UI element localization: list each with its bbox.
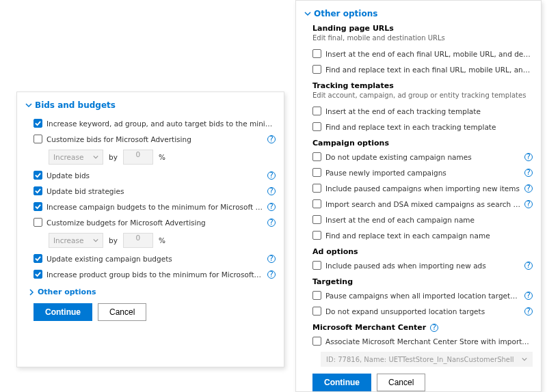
- button-row: Continue Cancel: [25, 296, 276, 321]
- option-label: Update bids: [46, 171, 263, 180]
- option-label: Update existing campaign budgets: [46, 255, 263, 263]
- help-icon[interactable]: ?: [267, 203, 276, 211]
- help-icon[interactable]: ?: [267, 270, 276, 279]
- checkbox[interactable]: [312, 152, 321, 161]
- help-icon[interactable]: ?: [267, 135, 276, 143]
- ad-options-header: Ad options: [304, 247, 533, 256]
- checkbox[interactable]: [312, 337, 321, 346]
- option-label: Update bid strategies: [46, 187, 263, 195]
- checkbox[interactable]: [312, 291, 321, 300]
- by-label: by: [109, 153, 118, 161]
- cancel-button[interactable]: Cancel: [377, 374, 425, 391]
- option-label: Increase product group bids to the minim…: [46, 270, 263, 279]
- customize-bids-form: Increase by 0 %: [25, 147, 276, 167]
- checkbox[interactable]: [34, 254, 42, 263]
- increase-select[interactable]: Increase: [49, 150, 103, 165]
- section-title: Bids and budgets: [35, 100, 116, 110]
- option-row: Include paused ads when importing new ad…: [304, 257, 533, 273]
- checkbox[interactable]: [312, 122, 321, 131]
- option-row: Find and replace text in each final URL,…: [304, 61, 533, 77]
- help-icon[interactable]: ?: [524, 262, 533, 270]
- help-icon[interactable]: ?: [430, 324, 438, 332]
- checkbox[interactable]: [312, 184, 321, 193]
- cancel-button[interactable]: Cancel: [98, 303, 146, 321]
- campaign-options-header: Campaign options: [304, 139, 533, 148]
- by-label: by: [109, 236, 118, 244]
- option-label: Customize bids for Microsoft Advertising: [46, 135, 263, 143]
- checkbox[interactable]: [312, 168, 321, 177]
- help-icon[interactable]: ?: [524, 184, 533, 193]
- checkbox[interactable]: [34, 186, 42, 195]
- bids-budgets-header[interactable]: Bids and budgets: [25, 100, 276, 110]
- option-label: Do not expand unsupported location targe…: [325, 307, 520, 316]
- chevron-down-icon: [25, 102, 32, 109]
- chevron-down-icon: [304, 10, 311, 17]
- continue-button[interactable]: Continue: [34, 303, 92, 321]
- option-label: Insert at the end of each tracking templ…: [325, 107, 533, 115]
- checkbox[interactable]: [34, 202, 42, 211]
- help-icon[interactable]: ?: [524, 169, 533, 177]
- checkbox[interactable]: [34, 270, 42, 279]
- checkbox[interactable]: [34, 171, 42, 180]
- help-icon[interactable]: ?: [267, 255, 276, 263]
- option-label: Import search and DSA mixed campaigns as…: [325, 200, 520, 208]
- customize-budgets-form: Increase by 0 %: [25, 230, 276, 251]
- checkbox[interactable]: [312, 261, 321, 270]
- option-label: Insert at the end of each final URL, mob…: [325, 50, 533, 58]
- option-row: Increase product group bids to the minim…: [25, 266, 276, 282]
- option-label: Find and replace text in each tracking t…: [325, 123, 533, 131]
- option-label: Find and replace text in each final URL,…: [325, 66, 533, 74]
- help-icon[interactable]: ?: [524, 200, 533, 208]
- mmc-header: Microsoft Merchant Center: [312, 323, 426, 332]
- option-row: Do not update existing campaign names ?: [304, 149, 533, 165]
- option-label: Include paused campaigns when importing …: [325, 184, 520, 193]
- option-row: Update existing campaign budgets ?: [25, 251, 276, 266]
- other-options-label: Other options: [38, 288, 96, 296]
- store-select[interactable]: ID: 77816, Name: UETTestStore_In_NansCus…: [321, 352, 533, 367]
- checkbox[interactable]: [312, 215, 321, 224]
- landing-urls-caption: Edit final, mobile and destination URLs: [304, 34, 533, 42]
- checkbox[interactable]: [34, 119, 42, 128]
- store-value: ID: 77816, Name: UETTestStore_In_NansCus…: [326, 356, 514, 363]
- option-row: Pause campaigns when all imported locati…: [304, 288, 533, 303]
- option-row: Update bid strategies ?: [25, 183, 276, 199]
- help-icon[interactable]: ?: [524, 292, 533, 300]
- option-label: Associate Microsoft Merchant Center Stor…: [325, 337, 533, 346]
- checkbox[interactable]: [312, 65, 321, 74]
- value-input[interactable]: 0: [123, 150, 153, 165]
- checkbox[interactable]: [312, 231, 321, 240]
- option-label: Pause campaigns when all imported locati…: [325, 292, 520, 300]
- option-row: Insert at the end of each tracking templ…: [304, 103, 533, 119]
- other-options-header[interactable]: Other options: [304, 9, 533, 18]
- option-row: Customize bids for Microsoft Advertising…: [25, 131, 276, 147]
- help-icon[interactable]: ?: [267, 171, 276, 180]
- unit-label: %: [159, 153, 165, 161]
- option-label: Find and replace text in each campaign n…: [325, 232, 533, 240]
- checkbox[interactable]: [34, 135, 42, 143]
- checkbox[interactable]: [312, 107, 321, 115]
- checkbox[interactable]: [34, 218, 42, 227]
- mmc-header-row: Microsoft Merchant Center ?: [304, 323, 533, 332]
- option-row: Customize budgets for Microsoft Advertis…: [25, 214, 276, 230]
- continue-button[interactable]: Continue: [312, 374, 371, 391]
- option-row: Increase keyword, ad group, and auto tar…: [25, 115, 276, 131]
- option-row: Find and replace text in each campaign n…: [304, 227, 533, 243]
- increase-select[interactable]: Increase: [49, 233, 103, 248]
- other-options-toggle[interactable]: Other options: [25, 282, 276, 296]
- checkbox[interactable]: [312, 307, 321, 316]
- tracking-caption: Edit account, campaign, ad group or enti…: [304, 92, 533, 99]
- help-icon[interactable]: ?: [524, 307, 533, 316]
- option-row: Find and replace text in each tracking t…: [304, 119, 533, 135]
- help-icon[interactable]: ?: [267, 219, 276, 227]
- checkbox[interactable]: [312, 199, 321, 208]
- option-label: Do not update existing campaign names: [325, 153, 520, 161]
- button-row: Continue Cancel: [304, 367, 533, 391]
- help-icon[interactable]: ?: [267, 187, 276, 195]
- targeting-header: Targeting: [304, 277, 533, 286]
- help-icon[interactable]: ?: [524, 153, 533, 161]
- option-row: Import search and DSA mixed campaigns as…: [304, 196, 533, 212]
- landing-urls-header: Landing page URLs: [304, 24, 533, 33]
- checkbox[interactable]: [312, 49, 321, 58]
- option-label: Include paused ads when importing new ad…: [325, 262, 520, 270]
- value-input[interactable]: 0: [123, 233, 153, 248]
